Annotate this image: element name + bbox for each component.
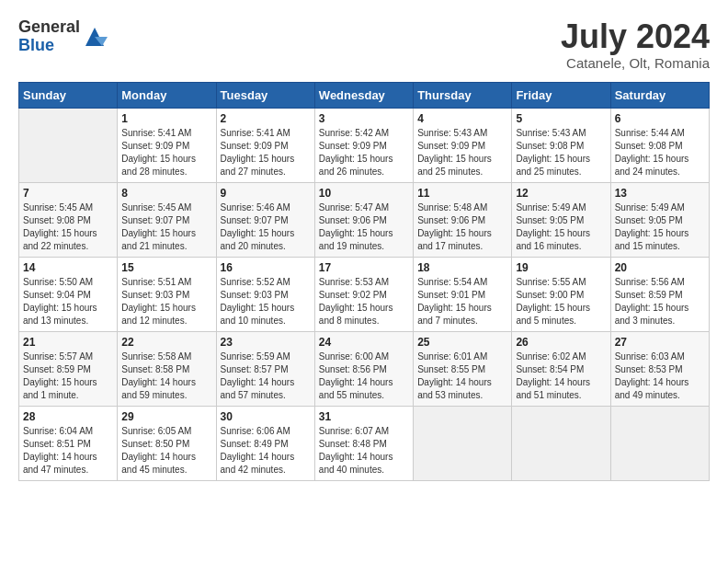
day-info: Sunrise: 6:02 AM Sunset: 8:54 PM Dayligh… bbox=[516, 351, 590, 400]
day-info: Sunrise: 5:47 AM Sunset: 9:06 PM Dayligh… bbox=[319, 202, 393, 251]
day-info: Sunrise: 5:49 AM Sunset: 9:05 PM Dayligh… bbox=[615, 202, 689, 251]
day-cell: 9Sunrise: 5:46 AM Sunset: 9:07 PM Daylig… bbox=[216, 182, 314, 257]
day-number: 27 bbox=[615, 336, 705, 349]
day-number: 28 bbox=[23, 410, 113, 423]
logo-icon bbox=[82, 24, 108, 50]
day-cell: 30Sunrise: 6:06 AM Sunset: 8:49 PM Dayli… bbox=[216, 406, 314, 480]
day-info: Sunrise: 6:00 AM Sunset: 8:56 PM Dayligh… bbox=[319, 351, 393, 400]
weekday-header-monday: Monday bbox=[118, 82, 216, 108]
weekday-header-sunday: Sunday bbox=[19, 82, 118, 108]
day-number: 22 bbox=[121, 336, 211, 349]
day-cell: 29Sunrise: 6:05 AM Sunset: 8:50 PM Dayli… bbox=[118, 406, 216, 480]
day-cell: 7Sunrise: 5:45 AM Sunset: 9:08 PM Daylig… bbox=[19, 182, 118, 257]
day-number: 11 bbox=[417, 187, 507, 200]
day-number: 9 bbox=[221, 187, 311, 200]
day-info: Sunrise: 6:07 AM Sunset: 8:48 PM Dayligh… bbox=[319, 426, 393, 475]
logo: General Blue bbox=[18, 18, 108, 55]
month-title: July 2024 bbox=[561, 18, 710, 55]
day-number: 21 bbox=[23, 336, 113, 349]
day-number: 17 bbox=[319, 261, 409, 274]
day-cell: 15Sunrise: 5:51 AM Sunset: 9:03 PM Dayli… bbox=[118, 257, 216, 331]
calendar-header: SundayMondayTuesdayWednesdayThursdayFrid… bbox=[19, 82, 710, 108]
day-cell: 2Sunrise: 5:41 AM Sunset: 9:09 PM Daylig… bbox=[216, 108, 314, 182]
day-number: 26 bbox=[516, 336, 606, 349]
day-cell: 28Sunrise: 6:04 AM Sunset: 8:51 PM Dayli… bbox=[19, 406, 118, 480]
day-number: 15 bbox=[121, 261, 211, 274]
logo-blue: Blue bbox=[18, 37, 80, 55]
page: General Blue July 2024 Catanele, Olt, Ro… bbox=[0, 0, 728, 490]
day-cell: 26Sunrise: 6:02 AM Sunset: 8:54 PM Dayli… bbox=[512, 331, 610, 406]
day-cell: 10Sunrise: 5:47 AM Sunset: 9:06 PM Dayli… bbox=[314, 182, 413, 257]
day-info: Sunrise: 5:41 AM Sunset: 9:09 PM Dayligh… bbox=[121, 128, 196, 177]
day-cell: 24Sunrise: 6:00 AM Sunset: 8:56 PM Dayli… bbox=[314, 331, 413, 406]
day-info: Sunrise: 5:54 AM Sunset: 9:01 PM Dayligh… bbox=[417, 277, 492, 326]
day-cell: 27Sunrise: 6:03 AM Sunset: 8:53 PM Dayli… bbox=[610, 331, 709, 406]
day-info: Sunrise: 6:03 AM Sunset: 8:53 PM Dayligh… bbox=[615, 351, 689, 400]
day-info: Sunrise: 5:56 AM Sunset: 8:59 PM Dayligh… bbox=[615, 277, 689, 326]
day-number: 13 bbox=[615, 187, 705, 200]
calendar-table: SundayMondayTuesdayWednesdayThursdayFrid… bbox=[18, 82, 710, 481]
day-info: Sunrise: 5:45 AM Sunset: 9:08 PM Dayligh… bbox=[23, 202, 97, 251]
day-cell bbox=[19, 108, 118, 182]
day-cell: 12Sunrise: 5:49 AM Sunset: 9:05 PM Dayli… bbox=[512, 182, 610, 257]
day-number: 12 bbox=[516, 187, 606, 200]
week-row-2: 7Sunrise: 5:45 AM Sunset: 9:08 PM Daylig… bbox=[19, 182, 710, 257]
day-info: Sunrise: 5:50 AM Sunset: 9:04 PM Dayligh… bbox=[23, 277, 97, 326]
day-cell: 1Sunrise: 5:41 AM Sunset: 9:09 PM Daylig… bbox=[118, 108, 216, 182]
logo-text: General Blue bbox=[18, 18, 80, 55]
day-cell: 8Sunrise: 5:45 AM Sunset: 9:07 PM Daylig… bbox=[118, 182, 216, 257]
day-info: Sunrise: 5:57 AM Sunset: 8:59 PM Dayligh… bbox=[23, 351, 97, 400]
day-number: 6 bbox=[615, 112, 705, 125]
weekday-header-thursday: Thursday bbox=[414, 82, 512, 108]
day-info: Sunrise: 5:42 AM Sunset: 9:09 PM Dayligh… bbox=[319, 128, 393, 177]
day-number: 2 bbox=[221, 112, 311, 125]
day-cell: 20Sunrise: 5:56 AM Sunset: 8:59 PM Dayli… bbox=[610, 257, 709, 331]
day-number: 8 bbox=[121, 187, 211, 200]
week-row-3: 14Sunrise: 5:50 AM Sunset: 9:04 PM Dayli… bbox=[19, 257, 710, 331]
day-number: 24 bbox=[319, 336, 409, 349]
day-info: Sunrise: 5:52 AM Sunset: 9:03 PM Dayligh… bbox=[221, 277, 295, 326]
day-number: 30 bbox=[221, 410, 311, 423]
day-info: Sunrise: 5:58 AM Sunset: 8:58 PM Dayligh… bbox=[121, 351, 196, 400]
day-cell: 4Sunrise: 5:43 AM Sunset: 9:09 PM Daylig… bbox=[414, 108, 512, 182]
day-info: Sunrise: 5:43 AM Sunset: 9:09 PM Dayligh… bbox=[417, 128, 492, 177]
day-number: 14 bbox=[23, 261, 113, 274]
day-number: 3 bbox=[319, 112, 409, 125]
day-info: Sunrise: 5:46 AM Sunset: 9:07 PM Dayligh… bbox=[221, 202, 295, 251]
weekday-header-tuesday: Tuesday bbox=[216, 82, 314, 108]
day-number: 4 bbox=[417, 112, 507, 125]
day-info: Sunrise: 5:55 AM Sunset: 9:00 PM Dayligh… bbox=[516, 277, 590, 326]
day-cell: 14Sunrise: 5:50 AM Sunset: 9:04 PM Dayli… bbox=[19, 257, 118, 331]
day-info: Sunrise: 6:01 AM Sunset: 8:55 PM Dayligh… bbox=[417, 351, 492, 400]
day-cell: 17Sunrise: 5:53 AM Sunset: 9:02 PM Dayli… bbox=[314, 257, 413, 331]
day-number: 16 bbox=[221, 261, 311, 274]
day-info: Sunrise: 5:49 AM Sunset: 9:05 PM Dayligh… bbox=[516, 202, 590, 251]
day-cell: 11Sunrise: 5:48 AM Sunset: 9:06 PM Dayli… bbox=[414, 182, 512, 257]
day-cell bbox=[414, 406, 512, 480]
day-cell: 6Sunrise: 5:44 AM Sunset: 9:08 PM Daylig… bbox=[610, 108, 709, 182]
day-info: Sunrise: 5:53 AM Sunset: 9:02 PM Dayligh… bbox=[319, 277, 393, 326]
day-cell: 3Sunrise: 5:42 AM Sunset: 9:09 PM Daylig… bbox=[314, 108, 413, 182]
weekday-header-saturday: Saturday bbox=[610, 82, 709, 108]
day-cell: 25Sunrise: 6:01 AM Sunset: 8:55 PM Dayli… bbox=[414, 331, 512, 406]
day-info: Sunrise: 6:05 AM Sunset: 8:50 PM Dayligh… bbox=[121, 426, 196, 475]
title-block: July 2024 Catanele, Olt, Romania bbox=[561, 18, 710, 71]
day-number: 18 bbox=[417, 261, 507, 274]
day-info: Sunrise: 6:06 AM Sunset: 8:49 PM Dayligh… bbox=[221, 426, 295, 475]
day-info: Sunrise: 5:43 AM Sunset: 9:08 PM Dayligh… bbox=[516, 128, 590, 177]
day-cell: 31Sunrise: 6:07 AM Sunset: 8:48 PM Dayli… bbox=[314, 406, 413, 480]
location: Catanele, Olt, Romania bbox=[561, 55, 710, 71]
header: General Blue July 2024 Catanele, Olt, Ro… bbox=[18, 18, 710, 71]
weekday-header-wednesday: Wednesday bbox=[314, 82, 413, 108]
day-number: 19 bbox=[516, 261, 606, 274]
day-cell: 22Sunrise: 5:58 AM Sunset: 8:58 PM Dayli… bbox=[118, 331, 216, 406]
day-cell: 21Sunrise: 5:57 AM Sunset: 8:59 PM Dayli… bbox=[19, 331, 118, 406]
day-number: 1 bbox=[121, 112, 211, 125]
day-info: Sunrise: 5:41 AM Sunset: 9:09 PM Dayligh… bbox=[221, 128, 295, 177]
week-row-5: 28Sunrise: 6:04 AM Sunset: 8:51 PM Dayli… bbox=[19, 406, 710, 480]
day-cell: 23Sunrise: 5:59 AM Sunset: 8:57 PM Dayli… bbox=[216, 331, 314, 406]
day-number: 29 bbox=[121, 410, 211, 423]
day-cell bbox=[512, 406, 610, 480]
day-info: Sunrise: 5:51 AM Sunset: 9:03 PM Dayligh… bbox=[121, 277, 196, 326]
day-number: 20 bbox=[615, 261, 705, 274]
